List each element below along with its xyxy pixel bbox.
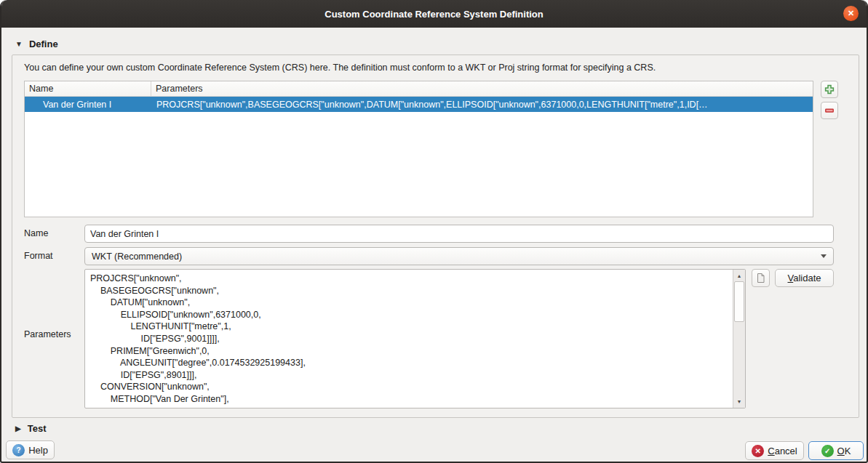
scrollbar[interactable]: ▲ ▼ bbox=[733, 270, 745, 408]
crs-table[interactable]: Name Parameters Van der Grinten I PROJCR… bbox=[24, 81, 813, 217]
custom-crs-dialog: Custom Coordinate Reference System Defin… bbox=[0, 0, 868, 463]
test-section-label: Test bbox=[28, 423, 47, 434]
crs-row-name: Van der Grinten I bbox=[25, 100, 152, 110]
title-bar[interactable]: Custom Coordinate Reference System Defin… bbox=[1, 0, 867, 28]
cancel-label: Cancel bbox=[768, 446, 797, 456]
help-button[interactable]: ? Help bbox=[6, 440, 55, 459]
test-section-header[interactable]: ▶ Test bbox=[15, 423, 46, 434]
close-button[interactable]: ✕ bbox=[843, 6, 859, 21]
name-label: Name bbox=[24, 228, 48, 238]
crs-table-row[interactable]: Van der Grinten I PROJCRS["unknown",BASE… bbox=[25, 97, 813, 112]
plus-icon bbox=[824, 84, 835, 95]
define-section-label: Define bbox=[29, 39, 58, 49]
name-input[interactable] bbox=[84, 225, 834, 243]
scroll-up-icon[interactable]: ▲ bbox=[733, 270, 745, 281]
parameters-wkt-text: PROJCRS["unknown", BASEGEOGCRS["unknown"… bbox=[85, 270, 732, 408]
minus-icon bbox=[824, 105, 835, 116]
column-header-parameters[interactable]: Parameters bbox=[151, 81, 813, 96]
scroll-down-icon[interactable]: ▼ bbox=[733, 396, 745, 407]
validate-button[interactable]: Validate bbox=[775, 269, 834, 287]
define-section-header[interactable]: ▼ Define bbox=[15, 39, 58, 49]
chevron-down-icon bbox=[821, 254, 827, 258]
window-title: Custom Coordinate Reference System Defin… bbox=[324, 9, 544, 20]
scrollbar-thumb[interactable] bbox=[734, 281, 744, 322]
cancel-button[interactable]: ✕ Cancel bbox=[745, 441, 804, 460]
format-select[interactable]: WKT (Recommended) bbox=[84, 247, 834, 265]
column-header-name[interactable]: Name bbox=[25, 81, 151, 96]
help-label: Help bbox=[28, 445, 48, 456]
ok-button[interactable]: ✓ OK bbox=[808, 441, 864, 460]
parameters-label: Parameters bbox=[24, 329, 71, 339]
clipboard-icon bbox=[756, 273, 765, 283]
copy-button[interactable] bbox=[752, 269, 770, 287]
crs-row-parameters: PROJCRS["unknown",BASEGEOGCRS["unknown",… bbox=[152, 100, 813, 110]
crs-description: You can define your own custom Coordinat… bbox=[24, 63, 656, 73]
crs-table-header: Name Parameters bbox=[25, 81, 813, 97]
validate-label: Validate bbox=[787, 273, 821, 283]
format-selected-value: WKT (Recommended) bbox=[92, 251, 182, 262]
add-crs-button[interactable] bbox=[821, 81, 838, 98]
define-group: You can define your own custom Coordinat… bbox=[12, 55, 859, 418]
ok-label: OK bbox=[837, 446, 851, 456]
format-label: Format bbox=[24, 251, 53, 261]
ok-icon: ✓ bbox=[821, 445, 834, 457]
parameters-textarea[interactable]: PROJCRS["unknown", BASEGEOGCRS["unknown"… bbox=[84, 269, 746, 408]
triangle-right-icon: ▶ bbox=[15, 424, 21, 432]
triangle-down-icon: ▼ bbox=[15, 40, 23, 48]
help-icon: ? bbox=[12, 444, 25, 456]
cancel-icon: ✕ bbox=[752, 445, 764, 457]
close-icon: ✕ bbox=[848, 9, 854, 18]
remove-crs-button[interactable] bbox=[821, 102, 838, 119]
